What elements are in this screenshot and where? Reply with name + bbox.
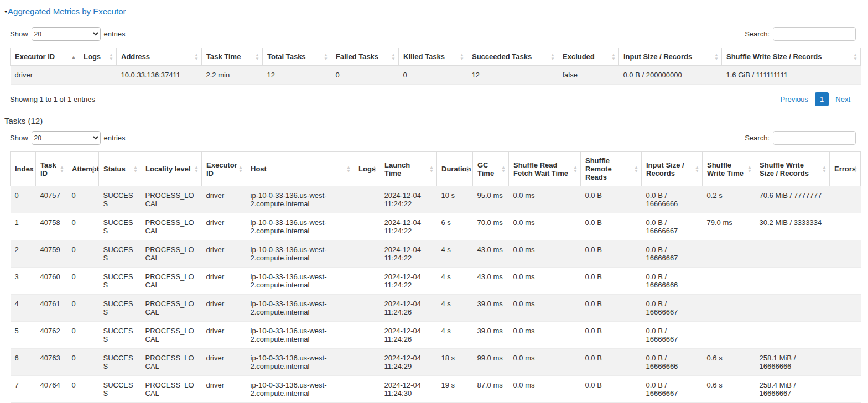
tasks-search-input[interactable]: [773, 131, 856, 145]
column-header[interactable]: Logs▲▼: [354, 152, 380, 186]
cell: [755, 240, 830, 268]
column-header[interactable]: Failed Tasks▲▼: [331, 48, 399, 66]
column-header-label: Address: [121, 53, 150, 61]
column-header[interactable]: Executor ID▲: [11, 48, 79, 66]
cell: [354, 376, 380, 403]
column-header[interactable]: Excluded▲▼: [558, 48, 619, 66]
cell: [755, 295, 830, 322]
cell: 0: [399, 66, 467, 85]
sort-icon: ▲▼: [853, 165, 857, 173]
cell: PROCESS_LOCAL: [141, 322, 202, 349]
column-header[interactable]: Executor ID▲▼: [202, 152, 246, 186]
cell: 0.0 B / 16666666: [642, 349, 703, 376]
column-header[interactable]: Address▲▼: [117, 48, 202, 66]
cell: 2024-12-04 11:24:22: [380, 213, 437, 240]
sort-icon: ▲: [71, 55, 76, 59]
table-row: 3407600SUCCESSPROCESS_LOCALdriverip-10-0…: [11, 268, 861, 295]
cell: [354, 322, 380, 349]
column-header[interactable]: GC Time▲▼: [473, 152, 509, 186]
column-header-label: Shuffle Read Fetch Wait Time: [513, 161, 568, 177]
cell: ip-10-0-33-136.us-west-2.compute.interna…: [246, 295, 354, 322]
sort-icon: ▲▼: [550, 53, 555, 61]
column-header[interactable]: Index▲: [11, 152, 36, 186]
cell: 0.0 B: [581, 295, 642, 322]
cell: SUCCESS: [99, 376, 141, 403]
cell: ip-10-0-33-136.us-west-2.compute.interna…: [246, 322, 354, 349]
cell: 43.0 ms: [473, 268, 509, 295]
column-header[interactable]: Succeeded Tasks▲▼: [467, 48, 558, 66]
cell: [830, 322, 861, 349]
column-header[interactable]: Killed Tasks▲▼: [399, 48, 467, 66]
cell: PROCESS_LOCAL: [141, 240, 202, 268]
cell: 40760: [36, 268, 67, 295]
cell: 0.0 B: [581, 240, 642, 268]
executor-search-input[interactable]: [773, 27, 856, 41]
next-page-button[interactable]: Next: [830, 92, 856, 106]
executor-page-size-select[interactable]: 20: [32, 27, 101, 41]
table-row: 0407570SUCCESSPROCESS_LOCALdriverip-10-0…: [11, 186, 861, 213]
sort-icon: ▲▼: [695, 165, 699, 173]
column-header[interactable]: Attempt▲▼: [67, 152, 99, 186]
cell: [755, 268, 830, 295]
aggregated-metrics-title-link[interactable]: Aggregated Metrics by Executor: [8, 7, 126, 16]
cell: 0.0 ms: [509, 295, 581, 322]
cell: [755, 322, 830, 349]
cell: 95.0 ms: [473, 186, 509, 213]
sort-icon: ▲▼: [109, 53, 113, 61]
cell: 2.2 min: [202, 66, 263, 85]
column-header[interactable]: Host▲▼: [246, 152, 354, 186]
column-header[interactable]: Shuffle Write Size / Records▲▼: [722, 48, 861, 66]
sort-icon: ▲▼: [91, 165, 96, 173]
column-header[interactable]: Shuffle Write Time▲▼: [703, 152, 755, 186]
pagination: Previous 1 Next: [775, 92, 856, 106]
cell: 40757: [36, 186, 67, 213]
cell: ip-10-0-33-136.us-west-2.compute.interna…: [246, 349, 354, 376]
column-header[interactable]: Shuffle Remote Reads▲▼: [581, 152, 642, 186]
column-header[interactable]: Duration▲▼: [437, 152, 473, 186]
cell: [703, 240, 755, 268]
search-label: Search:: [745, 30, 770, 38]
cell: 0.6 s: [703, 349, 755, 376]
cell: 0: [67, 295, 99, 322]
cell: [830, 213, 861, 240]
cell: [703, 295, 755, 322]
table-row: 4407610SUCCESSPROCESS_LOCALdriverip-10-0…: [11, 295, 861, 322]
column-header[interactable]: Shuffle Read Fetch Wait Time▲▼: [509, 152, 581, 186]
cell: PROCESS_LOCAL: [141, 376, 202, 403]
table-row: driver10.0.33.136:374112.2 min120012fals…: [11, 66, 861, 85]
tasks-page-size-select[interactable]: 20: [32, 131, 101, 145]
cell: 0.0 B / 16666667: [642, 213, 703, 240]
column-header[interactable]: Launch Time▲▼: [380, 152, 437, 186]
column-header[interactable]: Input Size / Records▲▼: [642, 152, 703, 186]
aggregated-metrics-section-header[interactable]: ▾Aggregated Metrics by Executor: [4, 7, 864, 16]
column-header[interactable]: Status▲▼: [99, 152, 141, 186]
column-header[interactable]: Input Size / Records▲▼: [619, 48, 722, 66]
cell: 18 s: [437, 349, 473, 376]
column-header[interactable]: Locality level▲▼: [141, 152, 202, 186]
column-header-label: Host: [251, 165, 267, 173]
sort-icon: ▲▼: [465, 165, 470, 173]
cell: 4: [11, 295, 36, 322]
column-header[interactable]: Logs▲▼: [79, 48, 117, 66]
column-header[interactable]: Task Time▲▼: [202, 48, 263, 66]
cell: PROCESS_LOCAL: [141, 295, 202, 322]
sort-icon: ▲▼: [255, 53, 259, 61]
sort-icon: ▲▼: [194, 53, 199, 61]
column-header[interactable]: Shuffle Write Size / Records▲▼: [755, 152, 830, 186]
column-header[interactable]: Total Tasks▲▼: [263, 48, 331, 66]
column-header[interactable]: Task ID▲▼: [36, 152, 67, 186]
cell: ip-10-0-33-136.us-west-2.compute.interna…: [246, 186, 354, 213]
current-page-button[interactable]: 1: [815, 92, 829, 106]
cell: 0.0 ms: [509, 186, 581, 213]
cell: PROCESS_LOCAL: [141, 268, 202, 295]
cell: 1: [11, 213, 36, 240]
table-row: 2407590SUCCESSPROCESS_LOCALdriverip-10-0…: [11, 240, 861, 268]
column-header-label: Failed Tasks: [336, 53, 378, 61]
column-header[interactable]: Errors▲▼: [830, 152, 861, 186]
previous-page-button[interactable]: Previous: [775, 92, 814, 106]
cell: 2024-12-04 11:24:22: [380, 240, 437, 268]
column-header-label: Shuffle Write Size / Records: [726, 53, 822, 61]
cell: 0.0 B: [581, 376, 642, 403]
search-label: Search:: [745, 134, 770, 142]
header-row: Executor ID▲Logs▲▼Address▲▼Task Time▲▼To…: [11, 48, 861, 66]
